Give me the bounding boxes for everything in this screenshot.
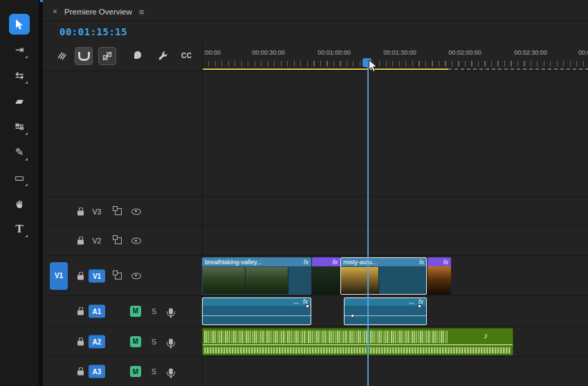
keyframe-handle[interactable] xyxy=(306,304,309,308)
pen-icon: ✎ xyxy=(15,146,24,158)
video-clip-purple-1[interactable]: fx xyxy=(312,257,340,295)
track-row-v2: V2 xyxy=(43,226,588,255)
ruler-label: :00:00 xyxy=(203,49,221,56)
fx-badge: fx xyxy=(333,259,338,266)
solo-button[interactable]: S xyxy=(151,338,156,346)
track-row-v1: V1 V1 breathtaking-valley... fx fx xyxy=(43,255,588,295)
selection-tool[interactable] xyxy=(9,14,30,35)
panel-title[interactable]: Premiere Overview xyxy=(64,8,132,16)
thumbnail-frame xyxy=(341,267,379,294)
keyframe-handle[interactable] xyxy=(418,304,421,308)
close-icon[interactable]: × xyxy=(53,7,57,17)
hand-icon xyxy=(15,199,25,209)
clip-title-bar: ↔ fx xyxy=(202,297,311,306)
fx-badge: fx xyxy=(443,259,448,266)
keyframe-handle[interactable] xyxy=(351,314,354,318)
track-select-forward-tool[interactable]: ⇥ xyxy=(9,39,30,60)
thumbnail-frame xyxy=(203,267,246,294)
razor-tool[interactable]: ▰ xyxy=(9,91,30,111)
video-clip-breathtaking-valley[interactable]: breathtaking-valley... fx xyxy=(202,257,311,295)
track-target-a2[interactable]: A2 xyxy=(89,335,105,348)
track-row-a1: A1 M S ↔ fx ↔ fx xyxy=(43,295,588,326)
solo-button[interactable]: S xyxy=(151,367,156,376)
pen-tool[interactable]: ✎ xyxy=(9,142,30,163)
sync-lock-icon[interactable] xyxy=(115,273,122,279)
track-target-v1[interactable]: V1 xyxy=(89,269,105,282)
thumbnail-frame xyxy=(246,267,288,294)
clip-title-bar: misty-autu... fx xyxy=(340,257,427,266)
nest-sequence-icon[interactable] xyxy=(57,50,66,63)
solo-button[interactable]: S xyxy=(151,307,156,315)
volume-band[interactable] xyxy=(202,315,311,316)
track-target-a3[interactable]: A3 xyxy=(89,365,105,378)
microphone-icon[interactable] xyxy=(169,338,173,344)
volume-band[interactable] xyxy=(344,315,427,316)
type-icon: T xyxy=(15,222,23,236)
thumbnail-frame xyxy=(312,266,340,295)
microphone-icon[interactable] xyxy=(169,369,173,375)
track-label-v2[interactable]: V2 xyxy=(89,237,105,245)
volume-band[interactable] xyxy=(203,344,513,345)
clip-title-bar: breathtaking-valley... fx xyxy=(202,257,311,266)
slip-icon: ↹ xyxy=(15,120,24,133)
type-tool[interactable]: T xyxy=(9,219,30,239)
lock-icon[interactable] xyxy=(77,240,84,245)
clip-title-bar: ↔ fx xyxy=(344,297,427,306)
audio-clip-misty-autumn[interactable]: ↔ fx xyxy=(344,297,427,325)
flyout-corner xyxy=(25,158,28,160)
track-label-v3[interactable]: V3 xyxy=(89,208,105,216)
linked-selection-toggle[interactable] xyxy=(98,47,116,65)
sync-lock-icon[interactable] xyxy=(115,237,122,244)
music-note-icon: ♪ xyxy=(484,331,488,340)
ruler-label: 00:02:30:00 xyxy=(514,49,547,56)
snap-toggle[interactable] xyxy=(75,47,93,65)
slip-tool[interactable]: ↹ xyxy=(9,116,30,137)
lock-icon[interactable] xyxy=(77,340,84,345)
mute-button[interactable]: M xyxy=(130,366,141,377)
timeline-settings-icon[interactable] xyxy=(158,50,168,64)
lock-icon[interactable] xyxy=(77,310,84,315)
video-clip-misty-autumn[interactable]: misty-autu... fx xyxy=(340,257,427,295)
work-area-bar[interactable] xyxy=(202,68,448,70)
track-target-a1[interactable]: A1 xyxy=(89,304,105,318)
ruler-label: 00:00:30:00 xyxy=(252,49,285,56)
toggle-track-output-icon[interactable] xyxy=(131,273,141,279)
clip-thumbnails xyxy=(203,267,288,294)
captions-icon[interactable]: CC xyxy=(181,52,192,59)
hand-tool[interactable] xyxy=(9,193,30,214)
video-clip-purple-2[interactable]: fx xyxy=(428,257,451,295)
lock-icon[interactable] xyxy=(77,371,84,376)
playhead-handle[interactable] xyxy=(362,58,371,67)
toggle-track-output-icon[interactable] xyxy=(131,208,141,214)
microphone-icon[interactable] xyxy=(169,308,173,314)
track-header-v1: V1 V1 xyxy=(43,256,202,295)
track-select-icon: ⇥ xyxy=(15,44,24,56)
track-row-a2: A2 M S ♪ xyxy=(43,326,588,356)
time-ruler[interactable]: :00:00 00:00:30:00 00:01:00:00 00:01:30:… xyxy=(202,43,588,71)
audio-clip-music[interactable]: ♪ xyxy=(202,328,513,356)
mute-button[interactable]: M xyxy=(130,336,141,347)
playhead-timecode[interactable]: 00:01:15:15 xyxy=(59,26,127,37)
playhead-line[interactable] xyxy=(367,66,369,386)
thumbnail-frame xyxy=(428,266,451,295)
flyout-corner xyxy=(25,81,28,84)
audio-clip-breathtaking-valley[interactable]: ↔ fx xyxy=(202,297,311,325)
lock-icon[interactable] xyxy=(77,210,84,215)
toggle-track-output-icon[interactable] xyxy=(131,238,141,244)
track-header-a1: A1 M S xyxy=(43,296,202,326)
mute-button[interactable]: M xyxy=(130,306,141,317)
lock-icon[interactable] xyxy=(77,275,84,279)
source-patch-v1[interactable]: V1 xyxy=(50,262,68,290)
clip-thumbnails xyxy=(341,267,379,294)
razor-icon: ▰ xyxy=(15,95,24,107)
rectangle-tool[interactable]: ▭ xyxy=(9,167,30,188)
ruler-label: 00:0 xyxy=(578,49,588,56)
add-marker-icon[interactable] xyxy=(134,51,141,59)
ripple-edit-tool[interactable]: ⇆ xyxy=(9,65,30,86)
rate-stretch-icon: ↔ xyxy=(408,298,415,306)
panel-menu-icon[interactable]: ≡ xyxy=(139,7,145,17)
sync-lock-icon[interactable] xyxy=(115,208,122,215)
track-row-v3: V3 xyxy=(43,196,588,226)
ruler-label: 00:01:30:00 xyxy=(383,49,416,56)
timeline-toolbar: CC :00:00 00:00:30:00 00:01:00:00 00:01:… xyxy=(43,43,588,71)
